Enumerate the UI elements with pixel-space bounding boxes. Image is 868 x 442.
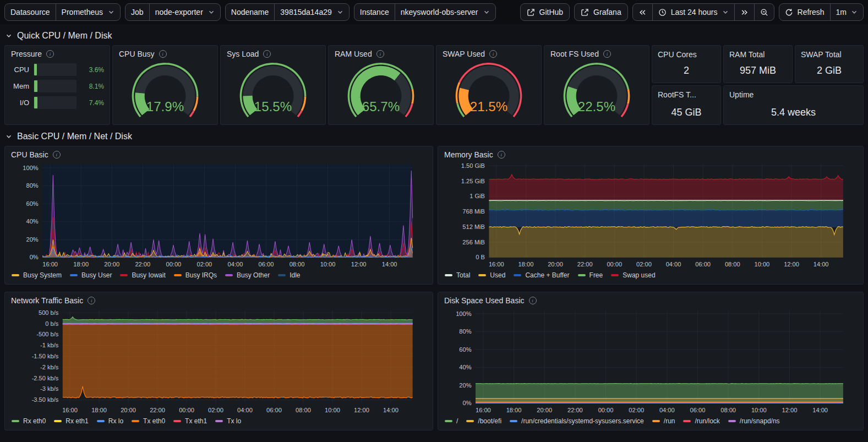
x-axis-tick-label: 06:00: [259, 261, 274, 268]
gauge-value: 21.5%: [470, 99, 507, 114]
cpu-basic-chart[interactable]: 0%20%40%60%80%100%16:0018:0020:0022:0000…: [5, 160, 433, 270]
variable-value-job[interactable]: node-exporter: [150, 4, 220, 20]
legend-item[interactable]: Rx eth1: [54, 417, 88, 425]
legend-label: Tx lo: [227, 417, 241, 425]
panel-title: Pressure: [11, 50, 42, 58]
legend-item[interactable]: Busy User: [70, 271, 112, 280]
legend-item[interactable]: /run: [652, 417, 675, 425]
panel-header[interactable]: RootFS T...: [658, 90, 715, 99]
info-icon[interactable]: [529, 297, 537, 304]
legend-item[interactable]: Swap used: [611, 271, 655, 280]
legend-item[interactable]: Rx lo: [97, 417, 123, 425]
refresh-button[interactable]: Refresh: [779, 4, 830, 20]
pressure-row: CPU 3.6%: [5, 63, 110, 76]
legend-label: Swap used: [623, 271, 655, 280]
x-axis-tick-label: 22:00: [135, 261, 150, 268]
stat-value: 45 GiB: [671, 107, 701, 118]
panel-header[interactable]: CPU Cores: [658, 50, 715, 59]
dashboard-toolbar: Datasource Prometheus Job node-exporter …: [0, 0, 868, 24]
time-range-picker[interactable]: Last 24 hours: [652, 4, 734, 20]
legend-item[interactable]: /boot/efi: [466, 417, 501, 425]
panel-title: Network Traffic Basic: [11, 296, 83, 305]
x-axis-tick-label: 06:00: [695, 261, 711, 268]
info-icon[interactable]: [603, 50, 611, 58]
panel-header[interactable]: Root FS Used: [544, 46, 649, 59]
panel-header[interactable]: Network Traffic Basic: [5, 292, 433, 306]
panel-header[interactable]: Memory Basic: [438, 146, 863, 160]
legend-item[interactable]: Busy Iowait: [120, 271, 165, 280]
y-axis-tick-label: -3 kb/s: [40, 385, 59, 392]
panel-header[interactable]: CPU Busy: [113, 46, 217, 59]
info-icon[interactable]: [88, 297, 95, 304]
panel-header[interactable]: SWAP Used: [436, 46, 541, 59]
info-icon[interactable]: [53, 151, 61, 159]
x-axis-tick-label: 08:00: [296, 407, 311, 413]
legend-swatch: [445, 274, 452, 276]
legend-item[interactable]: Total: [445, 271, 470, 280]
x-axis-tick-label: 10:00: [320, 261, 336, 268]
legend-item[interactable]: /run/lock: [683, 417, 719, 425]
network-traffic-chart[interactable]: 500 b/s0 b/s-500 b/s-1 kb/s-1.50 kb/s-2 …: [5, 306, 433, 416]
disk-space-plot: 0%20%40%60%80%100%16:0018:0020:0022:0000…: [438, 306, 863, 416]
panel-header[interactable]: Sys Load: [221, 46, 325, 59]
variable-value-nodename[interactable]: 39815da14a29: [275, 4, 348, 20]
legend-item[interactable]: Busy System: [12, 271, 62, 280]
legend-item[interactable]: Tx eth1: [173, 417, 207, 425]
time-shift-back-button[interactable]: [633, 4, 652, 20]
panel-title: RAM Used: [335, 50, 372, 58]
disk-space-legend: //boot/efi/run/credentials/systemd-sysus…: [438, 416, 863, 430]
legend-item[interactable]: /run/credentials/systemd-sysusers.servic…: [510, 417, 644, 425]
root-fs-used-gauge: 22.5%: [548, 61, 645, 120]
time-shift-forward-button[interactable]: [734, 4, 754, 20]
section-header-quick[interactable]: Quick CPU / Mem / Disk: [0, 24, 868, 45]
info-icon[interactable]: [263, 50, 271, 58]
legend-item[interactable]: Used: [478, 271, 505, 280]
refresh-interval-picker[interactable]: 1m: [830, 4, 863, 20]
info-icon[interactable]: [489, 50, 497, 58]
info-icon[interactable]: [376, 50, 384, 58]
x-axis-tick-label: 00:00: [179, 407, 194, 413]
y-axis-tick-label: 512 MiB: [462, 223, 485, 230]
legend-item[interactable]: Free: [578, 271, 603, 280]
panel-header[interactable]: RAM Total: [729, 50, 787, 59]
info-icon[interactable]: [159, 50, 167, 58]
pressure-metric-value: 3.6%: [81, 66, 104, 74]
legend-item[interactable]: Busy Other: [225, 271, 270, 280]
legend-item[interactable]: /: [445, 417, 458, 425]
y-axis-tick-label: 1.50 GiB: [461, 162, 485, 169]
info-icon[interactable]: [498, 151, 505, 159]
chevron-down-icon: [6, 32, 12, 39]
legend-label: Cache + Buffer: [525, 271, 569, 280]
panel-header[interactable]: CPU Basic: [5, 146, 433, 160]
legend-item[interactable]: Tx eth0: [132, 417, 165, 425]
github-link-button[interactable]: GitHub: [520, 3, 570, 21]
variable-value-datasource[interactable]: Prometheus: [56, 4, 120, 20]
memory-basic-chart[interactable]: 0 B256 MiB512 MiB768 MiB1 GiB1.25 GiB1.5…: [438, 160, 863, 270]
x-axis-tick-label: 14:00: [814, 261, 829, 268]
grafana-link-button[interactable]: Grafana: [574, 3, 628, 21]
legend-item[interactable]: Cache + Buffer: [514, 271, 569, 280]
panel-header[interactable]: SWAP Total: [801, 50, 858, 59]
legend-item[interactable]: Rx eth0: [12, 417, 46, 425]
legend-label: Rx eth0: [23, 417, 46, 425]
legend-item[interactable]: Idle: [278, 271, 300, 280]
panel-header[interactable]: Disk Space Used Basic: [438, 292, 863, 306]
disk-space-chart[interactable]: 0%20%40%60%80%100%16:0018:0020:0022:0000…: [438, 306, 863, 416]
cpu-basic-plot: 0%20%40%60%80%100%16:0018:0020:0022:0000…: [5, 160, 433, 270]
info-icon[interactable]: [46, 50, 54, 58]
variable-control-nodename: Nodename 39815da14a29: [225, 3, 350, 21]
section-header-basic[interactable]: Basic CPU / Mem / Net / Disk: [0, 125, 868, 146]
panel-header[interactable]: Uptime: [729, 90, 858, 99]
panel-header[interactable]: RAM Used: [329, 46, 433, 59]
x-axis-tick-label: 08:00: [725, 261, 740, 268]
legend-swatch: [514, 274, 521, 276]
variable-value-instance[interactable]: nkeysworld-obs-server: [395, 4, 495, 20]
y-axis-tick-label: -500 b/s: [36, 331, 59, 337]
legend-swatch: [683, 420, 691, 422]
legend-item[interactable]: Tx lo: [215, 417, 241, 425]
legend-item[interactable]: /run/snapd/ns: [728, 417, 780, 425]
panel-header[interactable]: Pressure: [5, 46, 110, 59]
legend-label: /run/snapd/ns: [740, 417, 780, 425]
time-zoom-out-button[interactable]: [754, 4, 774, 20]
legend-item[interactable]: Busy IRQs: [174, 271, 217, 280]
